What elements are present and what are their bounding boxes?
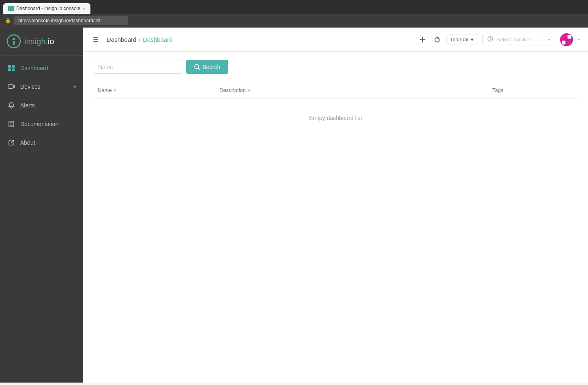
sidebar-item-dashboard[interactable]: Dashboard: [0, 59, 83, 77]
grid-icon: [7, 64, 15, 72]
sidebar-item-documentation-label: Documentation: [20, 121, 58, 127]
browser-chrome: Dashboard - insigh.io console × 🔒 https:…: [0, 0, 588, 28]
tab-close-button[interactable]: ×: [83, 6, 85, 11]
column-tags-label: Tags: [492, 87, 503, 93]
svg-rect-4: [12, 65, 15, 68]
menu-toggle-button[interactable]: ☰: [91, 34, 100, 45]
devices-icon: [7, 83, 15, 91]
sidebar-item-documentation[interactable]: Documentation: [0, 115, 83, 133]
duration-chevron-icon: ▾: [548, 37, 550, 42]
sidebar-logo: insigh.io: [0, 28, 83, 56]
manual-dropdown[interactable]: manual ▾: [446, 34, 478, 45]
breadcrumb-separator: /: [139, 36, 140, 43]
sidebar-item-dashboard-label: Dashboard: [20, 65, 48, 71]
search-input[interactable]: [93, 60, 182, 74]
svg-rect-5: [8, 68, 11, 71]
sidebar-item-devices[interactable]: Devices ▾: [0, 77, 83, 96]
table-empty-message: Emtpy dashboard list: [93, 98, 578, 137]
logo-text-start: insigh: [24, 37, 45, 46]
table-header: Name ⇅ Description ⇅ Tags: [93, 82, 578, 98]
table-header-description[interactable]: Description ⇅: [219, 87, 492, 93]
duration-select[interactable]: Select Duration ▾: [482, 34, 555, 45]
sort-icon-name: ⇅: [114, 88, 117, 92]
column-name-label: Name: [98, 87, 112, 93]
logo-icon: [6, 34, 21, 49]
search-icon: [194, 64, 200, 70]
logo-text-end: io: [48, 37, 54, 46]
manual-label: manual: [451, 36, 468, 43]
user-avatar[interactable]: [559, 32, 574, 47]
user-menu-chevron[interactable]: ▾: [578, 37, 580, 42]
svg-rect-3: [8, 65, 11, 68]
manual-chevron-icon: ▾: [471, 36, 474, 43]
sidebar-item-alerts[interactable]: Alerts: [0, 96, 83, 115]
duration-placeholder: Select Duration: [496, 36, 532, 43]
tab-title: Dashboard - insigh.io console: [16, 6, 80, 11]
page-content: Search Name ⇅ Description ⇅ Tags: [83, 52, 588, 383]
svg-line-20: [490, 39, 491, 40]
breadcrumb: Dashboard / Dashboard: [107, 36, 412, 43]
document-icon: [7, 120, 15, 128]
browser-tab[interactable]: Dashboard - insigh.io console ×: [3, 3, 90, 14]
header-actions: manual ▾ Select Duration ▾: [417, 32, 580, 47]
svg-rect-8: [13, 86, 15, 88]
tab-bar: Dashboard - insigh.io console ×: [0, 0, 588, 14]
svg-rect-6: [12, 68, 15, 71]
sidebar-item-alerts-label: Alerts: [20, 102, 35, 109]
dashboard-table: Name ⇅ Description ⇅ Tags Emtpy dashboar…: [93, 82, 578, 137]
svg-line-15: [11, 141, 14, 143]
main-content: ☰ Dashboard / Dashboard: [83, 28, 588, 383]
table-header-name[interactable]: Name ⇅: [98, 87, 219, 93]
refresh-button[interactable]: [432, 34, 442, 45]
svg-rect-22: [567, 34, 571, 38]
sidebar-item-about-label: About: [20, 139, 35, 146]
search-button[interactable]: Search: [186, 60, 228, 74]
svg-line-26: [198, 68, 200, 69]
table-header-tags: Tags: [492, 87, 573, 93]
sidebar-item-devices-label: Devices: [20, 83, 41, 90]
svg-rect-23: [562, 40, 566, 44]
logo-text: insigh.io: [24, 37, 54, 46]
tab-favicon: [8, 6, 14, 11]
sort-icon-description: ⇅: [247, 88, 251, 92]
sidebar-item-about[interactable]: About: [0, 133, 83, 152]
column-description-label: Description: [219, 87, 246, 93]
sidebar: insigh.io Dashboard: [0, 28, 83, 383]
svg-rect-2: [13, 41, 15, 45]
svg-point-1: [13, 38, 15, 40]
address-bar: 🔒 https://console.insigh.io/dashboard/li…: [0, 14, 588, 28]
search-button-label: Search: [202, 64, 220, 70]
external-link-icon: [7, 139, 15, 147]
svg-rect-21: [562, 34, 566, 38]
chevron-down-icon: ▾: [74, 85, 76, 89]
add-button[interactable]: [417, 34, 428, 45]
svg-rect-24: [567, 40, 571, 44]
breadcrumb-root: Dashboard: [107, 36, 136, 43]
breadcrumb-current[interactable]: Dashboard: [143, 36, 172, 43]
app-container: insigh.io Dashboard: [0, 28, 588, 383]
sidebar-nav: Dashboard Devices ▾: [0, 56, 83, 383]
bell-icon: [7, 101, 15, 109]
svg-rect-7: [8, 85, 13, 88]
search-bar: Search: [93, 60, 578, 74]
url-display[interactable]: https://console.insigh.io/dashboard/list: [14, 16, 128, 25]
main-header: ☰ Dashboard / Dashboard: [83, 28, 588, 52]
clock-icon: [487, 36, 493, 43]
lock-icon: 🔒: [5, 18, 11, 24]
